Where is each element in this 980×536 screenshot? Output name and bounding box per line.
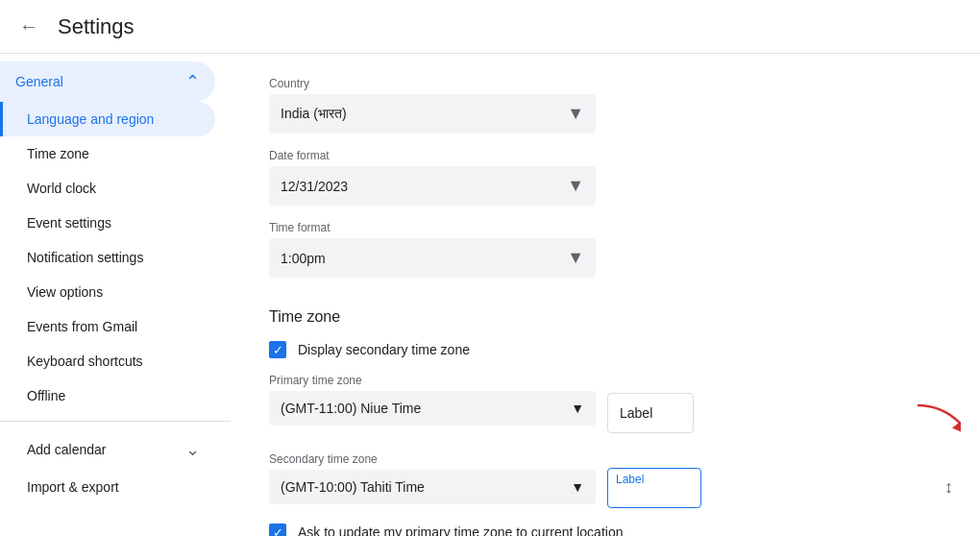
date-format-select[interactable]: 12/31/2023 ▼: [269, 166, 596, 206]
secondary-tz-value: (GMT-10:00) Tahiti Time: [281, 479, 425, 495]
sidebar-item-view-options[interactable]: View options: [0, 275, 215, 309]
primary-tz-wrapper: Primary time zone (GMT-11:00) Niue Time …: [269, 374, 596, 426]
date-format-value: 12/31/2023: [281, 179, 348, 194]
time-format-select[interactable]: 1:00pm ▼: [269, 238, 596, 278]
time-format-dropdown-arrow-icon: ▼: [567, 248, 584, 268]
date-format-group: Date format 12/31/2023 ▼: [269, 149, 922, 206]
ask-update-row: ✓ Ask to update my primary time zone to …: [269, 524, 922, 536]
sidebar-item-time-zone[interactable]: Time zone: [0, 136, 215, 171]
layout: General ⌃ Language and region Time zone …: [0, 54, 980, 536]
primary-tz-label: Primary time zone: [269, 374, 596, 387]
sidebar-general-section[interactable]: General ⌃: [0, 61, 215, 102]
main-content: Country India (भारत) ▼ Date format 12/31…: [231, 54, 961, 536]
country-dropdown-arrow-icon: ▼: [567, 104, 584, 124]
country-label: Country: [269, 77, 922, 90]
primary-label-input[interactable]: Label: [607, 393, 694, 433]
page-title: Settings: [58, 14, 135, 39]
primary-tz-dropdown-arrow-icon: ▼: [571, 401, 584, 416]
sidebar-item-events-from-gmail[interactable]: Events from Gmail: [0, 309, 215, 344]
secondary-label-wrapper: Label: [607, 449, 701, 508]
sidebar-item-language-region[interactable]: Language and region: [0, 102, 215, 136]
sidebar-item-notification-settings[interactable]: Notification settings: [0, 240, 215, 275]
country-select[interactable]: India (भारत) ▼: [269, 94, 596, 134]
secondary-tz-label: Secondary time zone: [269, 452, 596, 466]
sidebar: General ⌃ Language and region Time zone …: [0, 54, 231, 536]
time-format-value: 1:00pm: [281, 251, 326, 266]
chevron-up-icon: ⌃: [185, 71, 200, 92]
secondary-label-container: Label: [607, 468, 701, 508]
country-value: India (भारत): [281, 106, 347, 122]
secondary-tz-dropdown-arrow-icon: ▼: [571, 479, 584, 495]
red-arrow-annotation: [913, 401, 961, 439]
primary-label-text: Label: [620, 405, 652, 421]
swap-icon-area: ↕: [944, 477, 953, 498]
checkmark2-icon: ✓: [273, 526, 283, 537]
secondary-tz-select[interactable]: (GMT-10:00) Tahiti Time ▼: [269, 470, 596, 504]
sidebar-item-world-clock[interactable]: World clock: [0, 171, 215, 206]
display-secondary-label: Display secondary time zone: [298, 342, 470, 357]
sidebar-add-calendar[interactable]: Add calendar ⌄: [0, 429, 215, 470]
secondary-tz-wrapper: Secondary time zone (GMT-10:00) Tahiti T…: [269, 452, 596, 504]
primary-tz-select[interactable]: (GMT-11:00) Niue Time ▼: [269, 391, 596, 426]
primary-tz-value: (GMT-11:00) Niue Time: [281, 401, 421, 416]
time-format-label: Time format: [269, 221, 922, 234]
ask-update-label: Ask to update my primary time zone to cu…: [298, 524, 623, 536]
timezone-section-title: Time zone: [269, 308, 922, 326]
secondary-label-input[interactable]: [616, 488, 693, 503]
display-secondary-row: ✓ Display secondary time zone: [269, 341, 922, 358]
primary-tz-row: Primary time zone (GMT-11:00) Niue Time …: [269, 374, 922, 433]
chevron-down-icon: ⌄: [185, 439, 200, 460]
sidebar-item-import-export[interactable]: Import & export: [0, 470, 215, 504]
country-group: Country India (भारत) ▼: [269, 77, 922, 134]
red-arrow-icon: [913, 401, 961, 439]
sidebar-general-label: General: [15, 74, 63, 89]
sidebar-item-keyboard-shortcuts[interactable]: Keyboard shortcuts: [0, 344, 215, 378]
swap-icon[interactable]: ↕: [944, 477, 953, 497]
sidebar-item-offline[interactable]: Offline: [0, 378, 215, 413]
secondary-label-top: Label: [616, 473, 693, 486]
primary-label-wrapper: Label: [607, 374, 694, 433]
display-secondary-checkbox[interactable]: ✓: [269, 341, 286, 358]
sidebar-item-event-settings[interactable]: Event settings: [0, 206, 215, 240]
secondary-tz-row: Secondary time zone (GMT-10:00) Tahiti T…: [269, 449, 922, 508]
ask-update-checkbox[interactable]: ✓: [269, 524, 286, 536]
date-format-dropdown-arrow-icon: ▼: [567, 176, 584, 196]
date-format-label: Date format: [269, 149, 922, 162]
time-format-group: Time format 1:00pm ▼: [269, 221, 922, 278]
header: ← Settings: [0, 0, 980, 54]
checkmark-icon: ✓: [273, 344, 283, 356]
sidebar-divider: [0, 421, 231, 422]
back-icon: ←: [19, 15, 38, 37]
back-button[interactable]: ←: [15, 12, 42, 41]
